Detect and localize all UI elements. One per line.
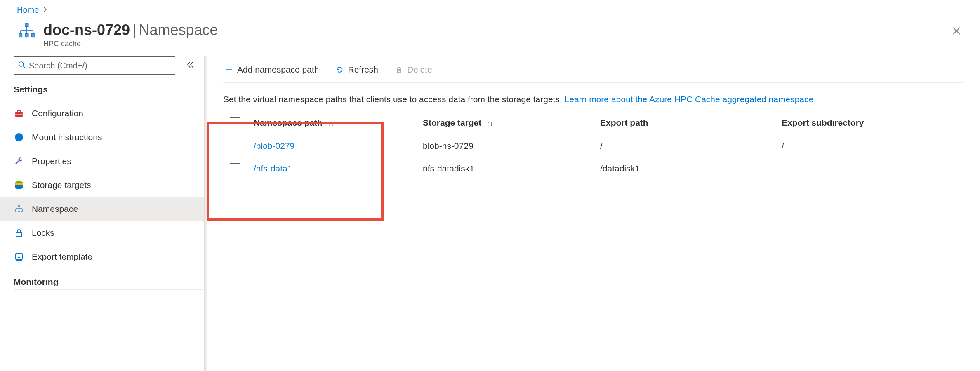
delete-button: Delete: [393, 61, 434, 78]
toolbar: Add namespace path Refresh Delete: [223, 56, 963, 83]
trash-icon: [395, 66, 403, 74]
svg-line-10: [23, 66, 25, 68]
cell-export-subdir: -: [775, 157, 963, 180]
sidebar-item-export-template[interactable]: Export template: [14, 245, 207, 269]
cell-export-subdir: /: [775, 134, 963, 157]
column-header-storage-target[interactable]: Storage target ↑↓: [416, 112, 594, 134]
breadcrumb-home[interactable]: Home: [17, 5, 39, 15]
plus-icon: [225, 66, 233, 74]
toolbar-button-label: Refresh: [348, 65, 378, 75]
resource-section: Namespace: [139, 21, 218, 39]
refresh-button[interactable]: Refresh: [334, 61, 380, 78]
svg-rect-7: [25, 34, 28, 37]
toolbar-button-label: Delete: [407, 65, 432, 75]
sort-icon: ↑↓: [327, 120, 334, 127]
page-title: doc-ns-0729 | Namespace: [43, 21, 218, 39]
learn-more-link[interactable]: Learn more about the Azure HPC Cache agg…: [565, 94, 814, 104]
cell-export-path: /: [594, 134, 775, 157]
sidebar-item-label: Storage targets: [32, 180, 91, 190]
svg-rect-0: [25, 23, 28, 27]
resource-header: doc-ns-0729 | Namespace HPC cache: [0, 17, 980, 56]
resource-name: doc-ns-0729: [43, 21, 130, 39]
row-checkbox[interactable]: [230, 163, 240, 174]
search-icon: [18, 61, 26, 70]
info-icon: [14, 132, 24, 143]
sidebar-search[interactable]: [14, 56, 175, 75]
column-header-namespace-path[interactable]: Namespace path ↑↓: [247, 112, 416, 134]
chevron-double-left-icon: [186, 61, 194, 70]
column-header-export-path[interactable]: Export path: [594, 112, 775, 134]
close-button[interactable]: [950, 25, 963, 38]
sidebar-item-storage-targets[interactable]: Storage targets: [14, 173, 207, 197]
sidebar-item-label: Namespace: [32, 204, 78, 214]
collapse-sidebar-button[interactable]: [184, 59, 197, 72]
namespace-path-link[interactable]: /blob-0279: [254, 141, 294, 150]
namespace-icon: [14, 204, 24, 214]
add-namespace-path-button[interactable]: Add namespace path: [223, 61, 320, 78]
intro-text: Set the virtual namespace paths that cli…: [223, 94, 963, 104]
checkbox-all[interactable]: [230, 117, 240, 128]
column-header-export-subdirectory[interactable]: Export subdirectory: [775, 112, 963, 134]
table-row[interactable]: /blob-0279 blob-ns-0729 / /: [223, 134, 963, 157]
sidebar-item-locks[interactable]: Locks: [14, 221, 207, 245]
sidebar-item-label: Locks: [32, 228, 54, 238]
sidebar-item-label: Properties: [32, 156, 71, 166]
storage-icon: [14, 180, 24, 190]
svg-rect-24: [15, 211, 16, 212]
svg-rect-25: [18, 211, 20, 212]
cell-storage-target: blob-ns-0729: [416, 134, 594, 157]
export-icon: [14, 251, 24, 262]
search-input[interactable]: [29, 61, 171, 70]
close-icon: [952, 27, 961, 36]
sidebar-item-label: Mount instructions: [32, 132, 102, 142]
table-row[interactable]: /nfs-data1 nfs-datadisk1 /datadisk1 -: [223, 157, 963, 180]
toolbar-button-label: Add namespace path: [237, 65, 319, 75]
sidebar-section-settings: Settings: [14, 85, 207, 97]
svg-rect-15: [19, 136, 19, 140]
sort-icon: ↑↓: [486, 120, 493, 127]
hpc-cache-icon: [17, 21, 37, 41]
sidebar-item-mount-instructions[interactable]: Mount instructions: [14, 125, 207, 149]
namespace-path-link[interactable]: /nfs-data1: [254, 164, 292, 173]
column-header-select[interactable]: [223, 112, 247, 134]
cell-export-path: /datadisk1: [594, 157, 775, 180]
sidebar-item-namespace[interactable]: Namespace: [0, 197, 204, 221]
svg-rect-16: [19, 135, 19, 136]
svg-rect-6: [19, 34, 22, 37]
svg-rect-12: [17, 110, 21, 112]
lock-icon: [14, 228, 24, 238]
wrench-icon: [14, 156, 24, 167]
svg-rect-18: [18, 205, 20, 207]
svg-point-9: [19, 62, 24, 66]
sidebar: Settings Configuration Mount instruction…: [0, 56, 207, 371]
svg-rect-26: [21, 211, 23, 212]
row-checkbox[interactable]: [230, 141, 240, 151]
resource-type: HPC cache: [43, 40, 218, 48]
main-content: Add namespace path Refresh Delete Set th…: [207, 56, 980, 371]
sidebar-item-label: Export template: [32, 252, 92, 262]
sidebar-item-properties[interactable]: Properties: [14, 149, 207, 173]
namespace-table: Namespace path ↑↓ Storage target ↑↓ Expo…: [223, 112, 963, 180]
sidebar-section-monitoring: Monitoring: [14, 277, 207, 290]
chevron-right-icon: [43, 7, 47, 14]
sidebar-item-label: Configuration: [32, 108, 83, 118]
sidebar-item-configuration[interactable]: Configuration: [14, 101, 207, 125]
refresh-icon: [335, 66, 344, 74]
svg-rect-27: [16, 232, 22, 237]
svg-rect-8: [32, 34, 35, 37]
breadcrumb: Home: [0, 0, 980, 17]
toolbox-icon: [14, 108, 24, 119]
cell-storage-target: nfs-datadisk1: [416, 157, 594, 180]
